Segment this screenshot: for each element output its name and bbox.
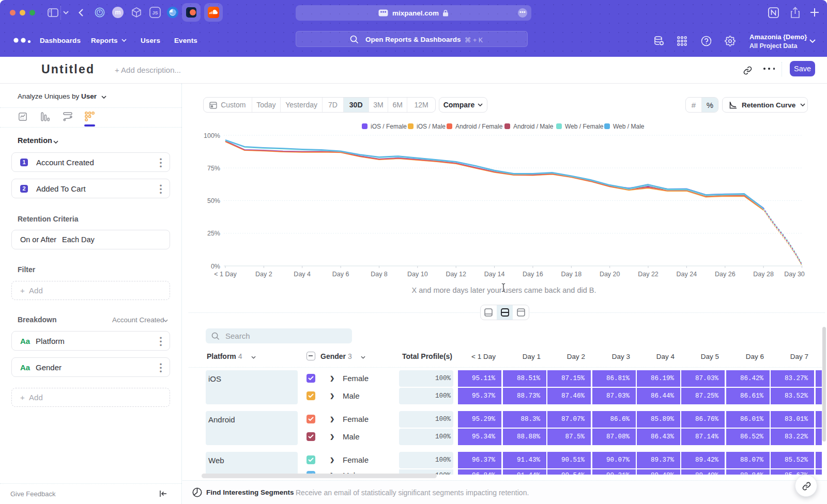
svg-text:Day 16: Day 16 [523,271,543,278]
svg-text:Day 12: Day 12 [446,271,466,278]
svg-text:Day 24: Day 24 [677,271,697,278]
svg-text:Day 18: Day 18 [561,271,581,278]
svg-text:75%: 75% [207,165,220,172]
svg-text:Day 22: Day 22 [638,271,658,278]
svg-text:25%: 25% [207,230,220,237]
svg-text:Day 10: Day 10 [407,271,428,278]
svg-text:< 1 Day: < 1 Day [214,271,237,278]
svg-text:Day 2: Day 2 [255,271,272,278]
svg-text:0%: 0% [211,263,220,270]
svg-text:Day 6: Day 6 [332,271,349,278]
svg-text:Day 8: Day 8 [371,271,388,278]
svg-text:Day 26: Day 26 [715,271,736,278]
svg-text:Day 30: Day 30 [784,271,805,278]
svg-text:50%: 50% [207,197,220,204]
svg-text:Day 20: Day 20 [600,271,620,278]
svg-text:Day 4: Day 4 [294,271,311,278]
svg-text:100%: 100% [204,132,220,139]
svg-text:Day 14: Day 14 [484,271,505,278]
svg-text:Day 28: Day 28 [753,271,774,278]
